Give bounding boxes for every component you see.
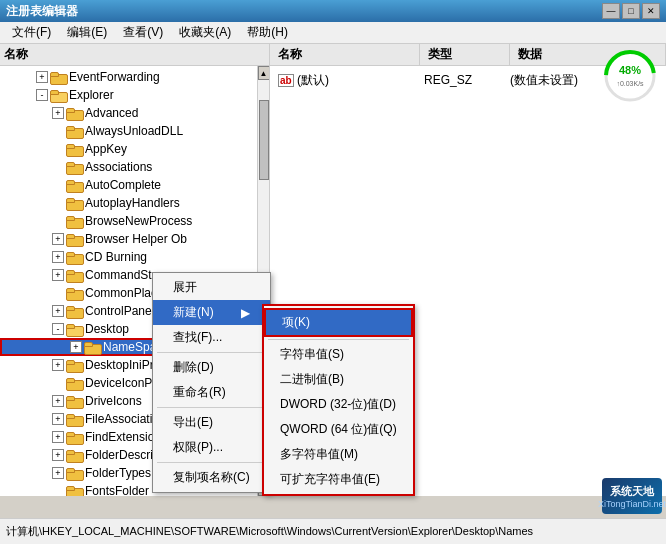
folder-icon-fontsfolder bbox=[66, 485, 82, 496]
tree-item-label-appkey: AppKey bbox=[85, 142, 127, 156]
watermark: 系统天地 XiTongTianDi.net bbox=[602, 478, 662, 514]
sub-ctx-separator bbox=[268, 339, 409, 340]
menu-favorites[interactable]: 收藏夹(A) bbox=[171, 22, 239, 43]
menu-help[interactable]: 帮助(H) bbox=[239, 22, 296, 43]
folder-icon-desktopinitpr bbox=[66, 359, 82, 371]
tree-item-label-foldertypes: FolderTypes bbox=[85, 466, 151, 480]
menu-bar: 文件(F) 编辑(E) 查看(V) 收藏夹(A) 帮助(H) bbox=[0, 22, 666, 44]
ctx-delete[interactable]: 删除(D) bbox=[153, 355, 270, 380]
context-menu: 展开 新建(N) ▶ 查找(F)... 删除(D) 重命名(R) 导出(E) 权… bbox=[152, 272, 271, 493]
tree-header: 名称 bbox=[0, 44, 269, 66]
ctx-export[interactable]: 导出(E) bbox=[153, 410, 270, 435]
sub-ctx-string[interactable]: 字符串值(S) bbox=[264, 342, 413, 367]
tree-item-advanced[interactable]: + Advanced bbox=[0, 104, 269, 122]
expand-icon-fileassociatio[interactable]: + bbox=[52, 413, 64, 425]
tree-item-label-autocomplete: AutoComplete bbox=[85, 178, 161, 192]
folder-icon-commonplaces bbox=[66, 287, 82, 299]
tree-item-explorer[interactable]: - Explorer bbox=[0, 86, 269, 104]
expand-icon-folderdescr[interactable]: + bbox=[52, 449, 64, 461]
tree-item-autoplayhandlers[interactable]: AutoplayHandlers bbox=[0, 194, 269, 212]
tree-item-label-autoplayhandlers: AutoplayHandlers bbox=[85, 196, 180, 210]
submenu-arrow: ▶ bbox=[241, 306, 250, 320]
folder-icon-associations bbox=[66, 161, 82, 173]
expand-icon-browserhelperob[interactable]: + bbox=[52, 233, 64, 245]
menu-file[interactable]: 文件(F) bbox=[4, 22, 59, 43]
close-button[interactable]: ✕ bbox=[642, 3, 660, 19]
ctx-permissions[interactable]: 权限(P)... bbox=[153, 435, 270, 460]
sub-ctx-binary[interactable]: 二进制值(B) bbox=[264, 367, 413, 392]
folder-icon-deviceiconprefs bbox=[66, 377, 82, 389]
ctx-new[interactable]: 新建(N) ▶ bbox=[153, 300, 270, 325]
folder-icon-autoplayhandlers bbox=[66, 197, 82, 209]
scroll-thumb[interactable] bbox=[259, 100, 269, 180]
scroll-up-btn[interactable]: ▲ bbox=[258, 66, 270, 80]
expand-icon-findextensions[interactable]: + bbox=[52, 431, 64, 443]
sub-ctx-expandstring[interactable]: 可扩充字符串值(E) bbox=[264, 467, 413, 492]
expand-icon-cdburning[interactable]: + bbox=[52, 251, 64, 263]
folder-icon-eventforwarding bbox=[50, 71, 66, 83]
menu-view[interactable]: 查看(V) bbox=[115, 22, 171, 43]
minimize-button[interactable]: — bbox=[602, 3, 620, 19]
folder-icon-browserhelperob bbox=[66, 233, 82, 245]
expand-icon-eventforwarding[interactable]: + bbox=[36, 71, 48, 83]
ctx-rename[interactable]: 重命名(R) bbox=[153, 380, 270, 405]
tree-item-label-desktop: Desktop bbox=[85, 322, 129, 336]
tree-item-browsenewprocess[interactable]: BrowseNewProcess bbox=[0, 212, 269, 230]
folder-icon-findextensions bbox=[66, 431, 82, 443]
ctx-separator-2 bbox=[157, 407, 266, 408]
folder-icon-fileassociatio bbox=[66, 413, 82, 425]
reg-name-cell: ab (默认) bbox=[274, 72, 420, 89]
tree-item-autocomplete[interactable]: AutoComplete bbox=[0, 176, 269, 194]
status-bar: 计算机\HKEY_LOCAL_MACHINE\SOFTWARE\Microsof… bbox=[0, 518, 666, 544]
title-bar: 注册表编辑器 — □ ✕ bbox=[0, 0, 666, 22]
tree-item-eventforwarding[interactable]: + EventForwarding bbox=[0, 68, 269, 86]
tree-item-label-explorer: Explorer bbox=[69, 88, 114, 102]
window-controls: — □ ✕ bbox=[602, 3, 660, 19]
ctx-copyname[interactable]: 复制项名称(C) bbox=[153, 465, 270, 490]
ctx-separator-1 bbox=[157, 352, 266, 353]
sub-ctx-multistring[interactable]: 多字符串值(M) bbox=[264, 442, 413, 467]
tree-item-label-driveicons: DriveIcons bbox=[85, 394, 142, 408]
expand-icon-desktopinitpr[interactable]: + bbox=[52, 359, 64, 371]
reg-value-icon: ab bbox=[278, 74, 294, 87]
expand-icon-commandstore[interactable]: + bbox=[52, 269, 64, 281]
tree-item-label-namespace: NameSpa bbox=[103, 340, 156, 354]
watermark-text2: XiTongTianDi.net bbox=[598, 499, 666, 509]
folder-icon-driveicons bbox=[66, 395, 82, 407]
folder-icon-desktop bbox=[66, 323, 82, 335]
folder-icon-foldertypes bbox=[66, 467, 82, 479]
tree-item-label-controlpanel: ControlPanel bbox=[85, 304, 154, 318]
folder-icon-controlpanel bbox=[66, 305, 82, 317]
tree-item-appkey[interactable]: AppKey bbox=[0, 140, 269, 158]
tree-item-label-folderdescr: FolderDescri bbox=[85, 448, 153, 462]
expand-icon-controlpanel[interactable]: + bbox=[52, 305, 64, 317]
tree-item-label-eventforwarding: EventForwarding bbox=[69, 70, 160, 84]
maximize-button[interactable]: □ bbox=[622, 3, 640, 19]
expand-icon-namespace[interactable]: + bbox=[70, 341, 82, 353]
menu-edit[interactable]: 编辑(E) bbox=[59, 22, 115, 43]
tree-item-cdburning[interactable]: + CD Burning bbox=[0, 248, 269, 266]
tree-item-associations[interactable]: Associations bbox=[0, 158, 269, 176]
tree-item-alwaysunloaddll[interactable]: AlwaysUnloadDLL bbox=[0, 122, 269, 140]
status-path: 计算机\HKEY_LOCAL_MACHINE\SOFTWARE\Microsof… bbox=[6, 524, 533, 539]
tree-item-label-desktopinitpr: DesktopIniPr bbox=[85, 358, 154, 372]
ctx-find[interactable]: 查找(F)... bbox=[153, 325, 270, 350]
folder-icon-folderdescr bbox=[66, 449, 82, 461]
sub-ctx-dword[interactable]: DWORD (32-位)值(D) bbox=[264, 392, 413, 417]
window-title: 注册表编辑器 bbox=[6, 3, 78, 20]
sub-ctx-qword[interactable]: QWORD (64 位)值(Q) bbox=[264, 417, 413, 442]
expand-icon-explorer[interactable]: - bbox=[36, 89, 48, 101]
tree-item-label-fileassociatio: FileAssociatio bbox=[85, 412, 159, 426]
expand-icon-foldertypes[interactable]: + bbox=[52, 467, 64, 479]
expand-icon-advanced[interactable]: + bbox=[52, 107, 64, 119]
sub-ctx-key[interactable]: 项(K) bbox=[264, 308, 413, 337]
tree-item-browserhelperob[interactable]: + Browser Helper Ob bbox=[0, 230, 269, 248]
folder-icon-namespace bbox=[84, 341, 100, 353]
folder-icon-appkey bbox=[66, 143, 82, 155]
expand-icon-desktop[interactable]: - bbox=[52, 323, 64, 335]
expand-icon-driveicons[interactable]: + bbox=[52, 395, 64, 407]
tree-item-label-browserhelperob: Browser Helper Ob bbox=[85, 232, 187, 246]
cpu-indicator: 48% ↑0.03K/s bbox=[602, 48, 658, 104]
ctx-expand[interactable]: 展开 bbox=[153, 275, 270, 300]
reg-type-cell: REG_SZ bbox=[420, 73, 506, 87]
